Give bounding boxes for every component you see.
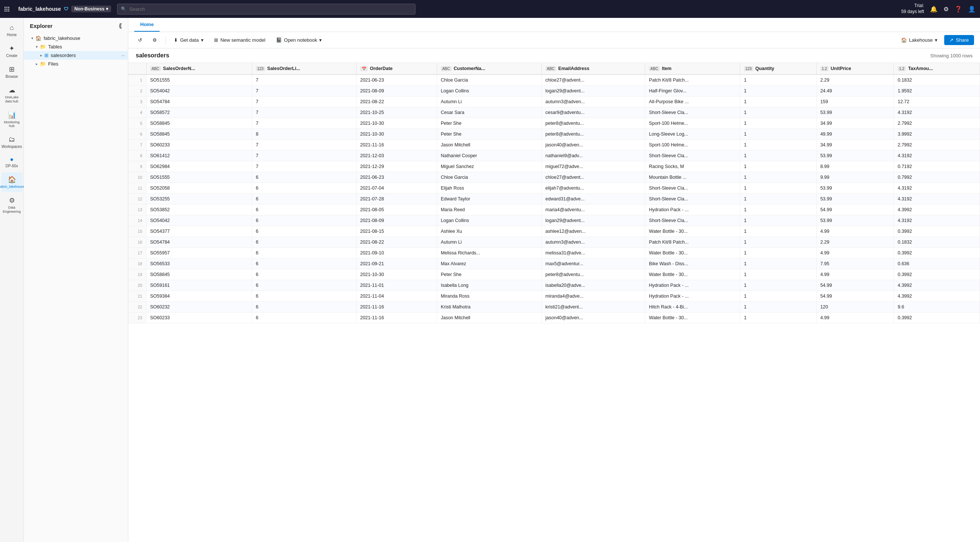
cell-value: Elijah Ross [437, 183, 541, 194]
cell-value: 2021-10-30 [356, 129, 437, 140]
cell-value: SO58845 [146, 269, 252, 280]
sidebar-item-home[interactable]: ⌂ Home [2, 21, 22, 40]
cell-rownum: 23 [128, 312, 146, 323]
table-row[interactable]: 10SO5155562021-06-23Chloe Garciachloe27@… [128, 172, 980, 183]
cell-value: 2021-10-25 [356, 107, 437, 118]
account-icon[interactable]: 👤 [968, 6, 975, 13]
sidebar-item-onelake[interactable]: ☁ OneLake data hub [2, 83, 22, 106]
main-content: Home ↺ ⚙ ⬇ Get data ▾ ⊞ New semantic mod… [128, 18, 980, 542]
refresh-button[interactable]: ↺ [134, 35, 146, 45]
sidebar-item-workspaces[interactable]: 🗂 Workspaces [2, 133, 22, 152]
table-row[interactable]: 23SO6023362021-11-16Jason Mitchelljason4… [128, 312, 980, 323]
table-row[interactable]: 18SO5653362021-09-21Max Alvarezmax5@adve… [128, 258, 980, 269]
sidebar-item-monitoring[interactable]: 📊 Monitoring hub [2, 108, 22, 132]
col-salesorderline[interactable]: 123SalesOrderLi... [252, 63, 356, 74]
fabric-lakehouse-icon: 🏠 [8, 176, 16, 184]
help-icon[interactable]: ❓ [955, 6, 962, 13]
table-row[interactable]: 11SO5205862021-07-04Elijah Rosselijah7@a… [128, 183, 980, 194]
lakehouse-button[interactable]: 🏠 Lakehouse ▾ [897, 35, 942, 45]
cell-value: 6 [252, 226, 356, 237]
cell-value: Logan Collins [437, 215, 541, 226]
col-emailaddress[interactable]: ABCEmailAddress [541, 63, 645, 74]
cell-value: cesar9@adventu... [541, 107, 645, 118]
table-row[interactable]: 19SO5884562021-10-30Peter Shepeter8@adve… [128, 269, 980, 280]
topbar: fabric_lakehouse 🛡 Non-Business ▾ 🔍 Tria… [0, 0, 980, 18]
cell-value: 2021-12-03 [356, 151, 437, 161]
table-row[interactable]: 17SO5595762021-09-10Melissa Richards...m… [128, 248, 980, 258]
sidebar-item-data-engineering[interactable]: ⚙ Data Engineering [2, 193, 22, 217]
cell-value: 2021-10-30 [356, 118, 437, 129]
table-row[interactable]: 3SO5478472021-08-22Autumn Liautumn3@adve… [128, 97, 980, 107]
cell-rownum: 9 [128, 161, 146, 172]
col-orderdate[interactable]: 📅OrderDate [356, 63, 437, 74]
table-row[interactable]: 14SO5404262021-08-09Logan Collinslogan29… [128, 215, 980, 226]
col-taxamount[interactable]: 1.2TaxAmou... [894, 63, 980, 74]
notification-icon[interactable]: 🔔 [930, 6, 937, 13]
open-notebook-button[interactable]: 📓 Open notebook ▾ [272, 35, 326, 45]
tree-salesorders[interactable]: ▸ ⊞ salesorders ··· [24, 51, 128, 60]
cell-value: autumn3@adven... [541, 97, 645, 107]
table-row[interactable]: 2SO5404272021-08-09Logan Collinslogan29@… [128, 86, 980, 97]
cell-value: 159 [816, 97, 894, 107]
table-row[interactable]: 15SO5437762021-08-15Ashlee Xuashlee12@ad… [128, 226, 980, 237]
table-row[interactable]: 7SO6023372021-11-16Jason Mitchelljason40… [128, 140, 980, 151]
table-row[interactable]: 21SO5938462021-11-04Miranda Rossmiranda4… [128, 291, 980, 302]
sidebar-fabric-lakehouse-label: fabric_lakehouse [0, 185, 25, 189]
grid-area: salesorders Showing 1000 rows ABCSalesOr… [128, 48, 980, 542]
cell-value: kristi21@advent... [541, 302, 645, 312]
search-input[interactable] [117, 4, 415, 14]
cell-value: SO60233 [146, 140, 252, 151]
table-row[interactable]: 1SO5155572021-06-23Chloe Garciachloe27@a… [128, 74, 980, 86]
tab-home[interactable]: Home [134, 18, 160, 32]
cell-value: 1 [740, 161, 816, 172]
col-quantity-label: Quantity [756, 66, 775, 71]
brand-text: fabric_lakehouse [18, 6, 61, 12]
col-customername[interactable]: ABCCustomerNa... [437, 63, 541, 74]
sidebar-item-create[interactable]: ✦ Create [2, 41, 22, 61]
cell-value: 53.99 [816, 151, 894, 161]
table-row[interactable]: 5SO5884572021-10-30Peter Shepeter8@adven… [128, 118, 980, 129]
waffle-menu-icon[interactable] [5, 7, 10, 11]
cell-value: Hydration Pack - ... [645, 204, 740, 215]
get-data-button[interactable]: ⬇ Get data ▾ [170, 35, 207, 45]
cell-value: Jason Mitchell [437, 312, 541, 323]
share-button[interactable]: ↗ Share [944, 35, 974, 45]
col-taxamount-label: TaxAmou... [908, 66, 933, 71]
col-salesordernumber[interactable]: ABCSalesOrderN... [146, 63, 252, 74]
table-row[interactable]: 9SO6298472021-12-29Miguel Sanchezmiguel7… [128, 161, 980, 172]
table-row[interactable]: 20SO5916162021-11-01Isabella Longisabell… [128, 280, 980, 291]
tree-tables[interactable]: ▾ 📁 Tables [24, 43, 128, 51]
col-unitprice[interactable]: 1.2UnitPrice [816, 63, 894, 74]
sidebar-item-dp60x[interactable]: ● DP-60x [2, 153, 22, 171]
new-semantic-model-button[interactable]: ⊞ New semantic model [210, 35, 269, 45]
sidebar-item-browse[interactable]: ⊞ Browse [2, 62, 22, 82]
table-row[interactable]: 12SO5325562021-07-28Edward Tayloredward3… [128, 194, 980, 204]
cell-value: Nathaniel Cooper [437, 151, 541, 161]
table-row[interactable]: 22SO6023262021-11-16Kristi Malhotrakrist… [128, 302, 980, 312]
table-row[interactable]: 16SO5478462021-08-22Autumn Liautumn3@adv… [128, 237, 980, 248]
explorer-close-button[interactable]: ⟪ [119, 22, 122, 29]
settings-button[interactable]: ⚙ [149, 35, 161, 45]
table-row[interactable]: 6SO5884582021-10-30Peter Shepeter8@adven… [128, 129, 980, 140]
cell-value: 1 [740, 312, 816, 323]
cell-value: SO55957 [146, 248, 252, 258]
table-row[interactable]: 13SO5385262021-08-05Maria Reedmaria4@adv… [128, 204, 980, 215]
col-salesordernumber-label: SalesOrderN... [163, 66, 195, 71]
cell-value: Short-Sleeve Cla... [645, 107, 740, 118]
settings-icon[interactable]: ⚙ [943, 6, 949, 13]
tree-more-button[interactable]: ··· [121, 53, 125, 58]
cell-value: 2021-07-28 [356, 194, 437, 204]
tree-files[interactable]: ▸ 📁 Files [24, 60, 128, 68]
table-row[interactable]: 4SO5857272021-10-25Cesar Saracesar9@adve… [128, 107, 980, 118]
col-quantity[interactable]: 123Quantity [740, 63, 816, 74]
col-item[interactable]: ABCItem [645, 63, 740, 74]
share-icon: ↗ [950, 37, 953, 43]
table-row[interactable]: 8SO6141272021-12-03Nathaniel Coopernatha… [128, 151, 980, 161]
sidebar-item-fabric-lakehouse[interactable]: 🏠 fabric_lakehouse [2, 173, 22, 192]
cell-value: 24.49 [816, 86, 894, 97]
chevron-right-icon: ▸ [36, 62, 38, 66]
cell-value: Sport-100 Helme... [645, 140, 740, 151]
cell-rownum: 17 [128, 248, 146, 258]
tree-fabric-lakehouse[interactable]: ▾ 🏠 fabric_lakehouse [24, 34, 128, 43]
sensitivity-badge[interactable]: Non-Business ▾ [71, 6, 111, 12]
